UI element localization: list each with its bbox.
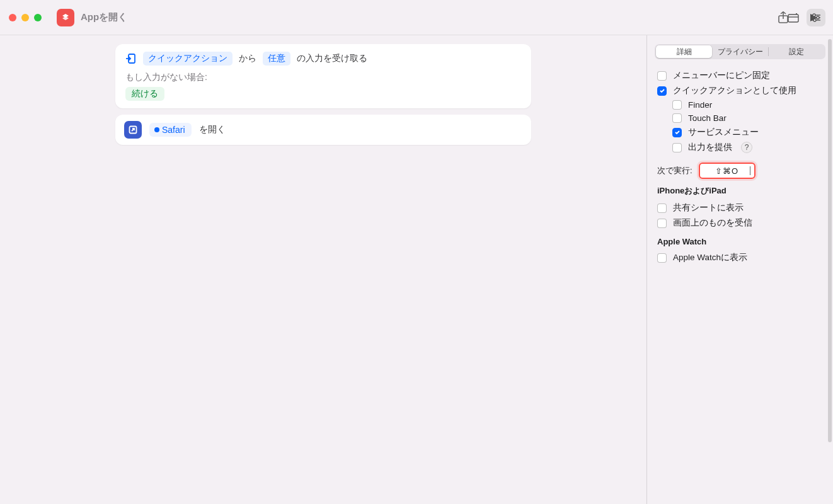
touchbar-checkbox[interactable] [672, 113, 682, 123]
use-as-quickaction-row[interactable]: クイックアクションとして使用 [657, 83, 823, 98]
run-with-label: 次で実行: [657, 165, 692, 176]
quick-action-token[interactable]: クイックアクション [143, 52, 233, 66]
any-input-token[interactable]: 任意 [263, 52, 290, 66]
no-input-label: もし入力がない場合: [125, 72, 522, 83]
inspector-tabs: 詳細 プライバシー 設定 [655, 44, 825, 59]
open-label: を開く [199, 124, 226, 135]
inspector-settings-icon-button[interactable] [807, 9, 825, 26]
finder-row[interactable]: Finder [657, 98, 823, 112]
inspector-panel: 詳細 プライバシー 設定 メニューバーにピン固定 クイックアクションとして使用 [646, 35, 833, 504]
show-on-watch-checkbox[interactable] [657, 253, 667, 263]
use-as-quickaction-checkbox[interactable] [657, 86, 667, 96]
open-app-action-icon [124, 121, 142, 139]
toolbar-title: Appを開く [81, 11, 127, 23]
share-sheet-checkbox[interactable] [657, 203, 667, 213]
receive-onscreen-row[interactable]: 画面上のものを受信 [657, 215, 823, 231]
workflow-canvas[interactable]: クイックアクション から 任意 の入力を受け取る もし入力がない場合: 続ける [0, 35, 646, 504]
svg-point-5 [817, 16, 819, 19]
svg-point-4 [813, 14, 815, 16]
text-from: から [239, 53, 256, 64]
touchbar-row[interactable]: Touch Bar [657, 112, 823, 125]
pin-menubar-checkbox[interactable] [657, 71, 667, 81]
help-icon[interactable]: ? [741, 142, 752, 153]
svg-point-6 [813, 19, 816, 21]
window-toolbar: Appを開く [0, 0, 833, 35]
touchbar-label: Touch Bar [688, 113, 727, 123]
pin-menubar-label: メニューバーにピン固定 [673, 70, 770, 81]
finder-label: Finder [688, 100, 712, 110]
show-on-watch-label: Apple Watchに表示 [673, 252, 747, 263]
target-app-pill[interactable]: Safari [149, 123, 192, 137]
tab-privacy[interactable]: プライバシー [712, 45, 768, 58]
finder-checkbox[interactable] [672, 100, 682, 110]
keyboard-shortcut-field[interactable]: ⇧⌘O [699, 163, 755, 179]
input-receive-block[interactable]: クイックアクション から 任意 の入力を受け取る もし入力がない場合: 続ける [115, 44, 531, 108]
provide-output-checkbox[interactable] [672, 143, 682, 152]
target-app-name: Safari [162, 125, 185, 135]
window-controls [9, 14, 42, 21]
services-menu-row[interactable]: サービスメニュー [657, 125, 823, 140]
continue-chip[interactable]: 続ける [125, 87, 164, 101]
minimize-window-button[interactable] [21, 14, 29, 21]
text-receives: の入力を受け取る [297, 53, 367, 64]
share-sheet-row[interactable]: 共有シートに表示 [657, 200, 823, 215]
zoom-window-button[interactable] [34, 14, 42, 21]
tab-detail[interactable]: 詳細 [656, 45, 712, 58]
provide-output-row[interactable]: 出力を提供 ? [657, 140, 823, 155]
safari-icon [154, 127, 159, 132]
close-window-button[interactable] [9, 14, 16, 21]
watch-section-title: Apple Watch [657, 237, 823, 246]
services-menu-label: サービスメニュー [688, 127, 759, 138]
svg-rect-3 [788, 14, 798, 22]
open-app-action-block[interactable]: Safari を開く [115, 115, 531, 145]
pin-menubar-row[interactable]: メニューバーにピン固定 [657, 68, 823, 83]
share-sheet-label: 共有シートに表示 [673, 202, 744, 214]
provide-output-label: 出力を提供 [688, 142, 732, 153]
use-as-quickaction-label: クイックアクションとして使用 [673, 85, 796, 96]
receive-onscreen-checkbox[interactable] [657, 219, 667, 228]
services-menu-checkbox[interactable] [672, 128, 682, 137]
receive-onscreen-label: 画面上のものを受信 [673, 217, 752, 229]
shortcut-app-icon [57, 9, 74, 26]
ios-section-title: iPhoneおよびiPad [657, 185, 823, 197]
inspector-scrollbar[interactable] [828, 35, 832, 464]
tab-settings[interactable]: 設定 [768, 45, 824, 58]
input-icon [124, 52, 137, 65]
library-icon-button[interactable] [784, 9, 803, 26]
show-on-watch-row[interactable]: Apple Watchに表示 [657, 250, 823, 265]
